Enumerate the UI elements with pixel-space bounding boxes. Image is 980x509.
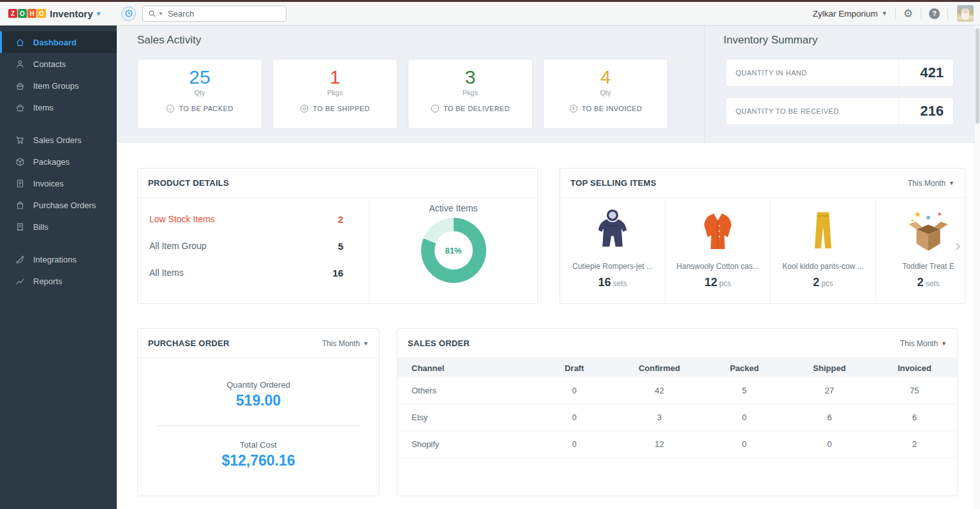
sidebar-item-label: Dashboard	[33, 38, 77, 47]
zoho-inventory-app: Z O H O Inventory ▼ ▼ Zylkar Emporium ▼	[0, 0, 980, 509]
card-to-be-shipped[interactable]: 1 Pkgs TO BE SHIPPED	[272, 59, 397, 129]
user-avatar[interactable]	[957, 5, 974, 22]
card-to-be-invoiced[interactable]: 4 Qty $ TO BE INVOICED	[543, 59, 668, 129]
home-icon	[15, 38, 25, 47]
sidebar-item-integrations[interactable]: Integrations	[0, 248, 117, 270]
integrations-icon	[15, 255, 25, 264]
history-clock-icon	[124, 9, 133, 18]
topbar-right: Zylkar Emporium ▼ ⚙ ?	[813, 5, 980, 22]
filter-caret-icon: ▼	[941, 340, 947, 347]
sidebar-item-items[interactable]: Items	[0, 96, 117, 118]
sidebar-item-label: Items	[33, 103, 54, 112]
topbar-divider	[895, 8, 896, 19]
svg-text:★: ★	[937, 211, 942, 217]
global-search[interactable]: ▼	[142, 6, 286, 22]
sales-order-month-filter[interactable]: This Month ▼	[900, 339, 947, 348]
cell-invoiced: 75	[872, 386, 957, 395]
org-caret-icon: ▼	[882, 10, 887, 17]
table-row-others[interactable]: Others 0 42 5 27 75	[397, 377, 957, 404]
zoho-logo[interactable]: Z O H O Inventory ▼	[0, 8, 117, 19]
sales-activity-cards: 25 Qty TO BE PACKED 1 Pkgs TO BE SHIPPED	[137, 59, 668, 129]
col-invoiced: Invoiced	[872, 363, 957, 373]
delivered-label: TO BE DELIVERED	[443, 105, 510, 112]
sidebar-item-contacts[interactable]: Contacts	[0, 53, 117, 75]
summary-band: Sales Activity 25 Qty TO BE PACKED 1 Pkg…	[117, 26, 980, 143]
table-row-etsy[interactable]: Etsy 0 3 0 6 6	[397, 404, 957, 431]
sidebar-item-sales-orders[interactable]: Sales Orders	[0, 129, 117, 151]
app-switcher-caret-icon[interactable]: ▼	[96, 10, 102, 17]
sidebar-item-label: Bills	[33, 222, 48, 232]
inventory-summary-title: Inventory Summary	[724, 34, 817, 47]
help-icon[interactable]: ?	[929, 8, 940, 19]
sidebar-item-bills[interactable]: Bills	[0, 216, 117, 238]
sidebar-item-label: Contacts	[33, 59, 66, 69]
sidebar-group-orders: Sales Orders Packages Invoices Purchase …	[0, 129, 117, 238]
search-icon	[148, 10, 156, 18]
card-to-be-packed[interactable]: 25 Qty TO BE PACKED	[137, 59, 262, 129]
total-cost-label: Total Cost	[138, 440, 379, 450]
search-scope-caret-icon[interactable]: ▼	[158, 11, 163, 17]
recent-history-button[interactable]	[121, 6, 136, 21]
org-name: Zylkar Emporium	[813, 9, 878, 19]
top-item-pants[interactable]: Kool kiddo pants-cow ... 2pcs	[771, 198, 876, 304]
package-box-icon	[15, 157, 25, 167]
shipped-unit: Pkgs	[273, 89, 397, 96]
quantity-in-hand-value: 421	[898, 59, 953, 86]
filter-caret-icon: ▼	[949, 180, 954, 186]
col-shipped: Shipped	[787, 363, 872, 373]
card-to-be-delivered[interactable]: 3 Pkgs TO BE DELIVERED	[408, 59, 533, 129]
sidebar-item-label: Sales Orders	[33, 135, 82, 145]
col-packed: Packed	[702, 363, 787, 373]
packed-value: 25	[138, 66, 262, 89]
quantity-in-hand-row[interactable]: QUANTITY IN HAND 421	[725, 59, 954, 87]
purchase-order-month-filter[interactable]: This Month ▼	[322, 339, 369, 348]
all-items-row[interactable]: All Items 16	[149, 259, 343, 286]
romper-product-image	[560, 203, 665, 257]
product-details-title: PRODUCT DETAILS	[148, 178, 229, 188]
table-row-shopify[interactable]: Shopify 0 12 0 0 2	[397, 431, 957, 458]
col-confirmed: Confirmed	[617, 363, 702, 373]
all-item-group-label: All Item Group	[149, 241, 206, 251]
cell-confirmed: 3	[617, 413, 702, 422]
dotted-divider	[157, 425, 360, 426]
sidebar-item-item-groups[interactable]: Item Groups	[0, 75, 117, 96]
cell-packed: 0	[702, 439, 787, 449]
settings-gear-icon[interactable]: ⚙	[903, 8, 913, 19]
page-scrollbar[interactable]	[974, 26, 980, 509]
cell-invoiced: 2	[872, 439, 957, 449]
top-selling-month-filter[interactable]: This Month ▼	[908, 179, 954, 188]
invoice-document-icon	[15, 179, 25, 188]
scrollbar-thumb[interactable]	[976, 28, 979, 124]
person-icon	[15, 59, 25, 69]
total-cost-value: $12,760.16	[138, 452, 379, 469]
ellipsis-circle-icon	[431, 104, 440, 113]
romper-qty: 16sets	[560, 276, 665, 289]
sidebar-item-invoices[interactable]: Invoices	[0, 172, 117, 194]
org-selector[interactable]: Zylkar Emporium ▼	[813, 9, 887, 19]
cell-draft: 0	[531, 413, 616, 422]
sidebar-item-reports[interactable]: Reports	[0, 270, 117, 292]
sidebar-item-dashboard[interactable]: Dashboard	[0, 31, 117, 53]
quantity-to-be-received-row[interactable]: QUANTITY TO BE RECEIVED 216	[725, 97, 954, 125]
sales-activity-title: Sales Activity	[137, 34, 201, 47]
sidebar-item-purchase-orders[interactable]: Purchase Orders	[0, 194, 117, 216]
top-item-cardigan[interactable]: Hanswooly Cotton cas... 12pcs	[665, 198, 771, 304]
romper-name: Cutiepie Rompers-jet ...	[560, 262, 665, 271]
sidebar-item-label: Integrations	[33, 255, 77, 264]
carousel-next-icon[interactable]: ›	[955, 236, 961, 255]
top-item-toddler-treat[interactable]: ★ ★ Toddler Treat E 2sets	[876, 198, 965, 304]
sidebar: Dashboard Contacts Item Groups Items Sal…	[0, 26, 117, 509]
low-stock-row[interactable]: Low Stock Items 2	[149, 206, 343, 232]
invoiced-value: 4	[544, 66, 667, 89]
sidebar-item-packages[interactable]: Packages	[0, 151, 117, 172]
all-item-group-row[interactable]: All Item Group 5	[149, 232, 343, 259]
search-input[interactable]	[168, 9, 270, 19]
top-item-rompers[interactable]: Cutiepie Rompers-jet ... 16sets	[560, 198, 665, 304]
product-details-card: PRODUCT DETAILS Low Stock Items 2 All It…	[137, 168, 538, 304]
cell-channel: Etsy	[397, 413, 531, 422]
pants-qty: 2pcs	[771, 276, 875, 289]
quantity-to-be-received-label: QUANTITY TO BE RECEIVED	[726, 98, 898, 125]
invoiced-label: TO BE INVOICED	[582, 105, 642, 112]
logo-tile-o2: O	[37, 9, 46, 18]
donut-percent: 81%	[434, 231, 473, 270]
